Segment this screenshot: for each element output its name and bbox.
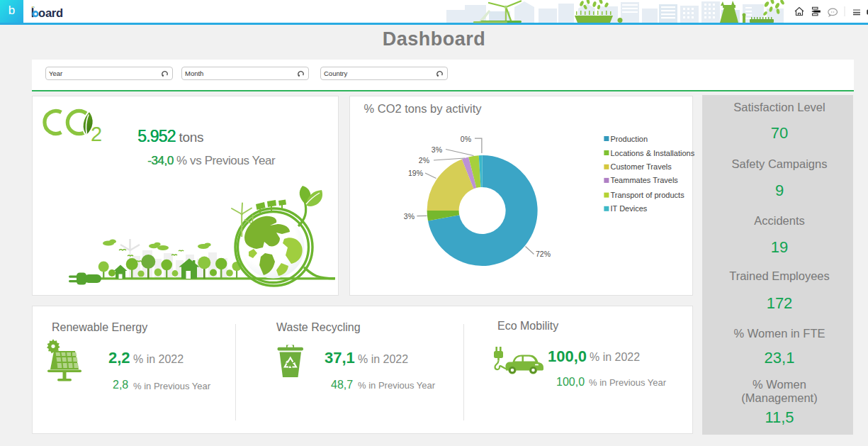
svg-text:19%: 19% [408,169,423,177]
svg-text:Production: Production [611,135,648,143]
svg-text:Locations & Installations: Locations & Installations [611,149,695,157]
svg-text:IT Devices: IT Devices [611,204,648,213]
svg-text:0%: 0% [461,135,471,143]
svg-text:Customer Travels: Customer Travels [611,162,672,171]
svg-text:Transport of products: Transport of products [611,191,685,199]
svg-text:2%: 2% [419,156,429,165]
svg-text:2: 2 [91,123,102,145]
svg-text:oard: oard [38,6,63,19]
svg-text:72%: 72% [536,250,551,258]
svg-text:3%: 3% [404,212,415,221]
svg-text:3%: 3% [432,145,442,154]
svg-text:Teammates Travels: Teammates Travels [611,176,679,184]
